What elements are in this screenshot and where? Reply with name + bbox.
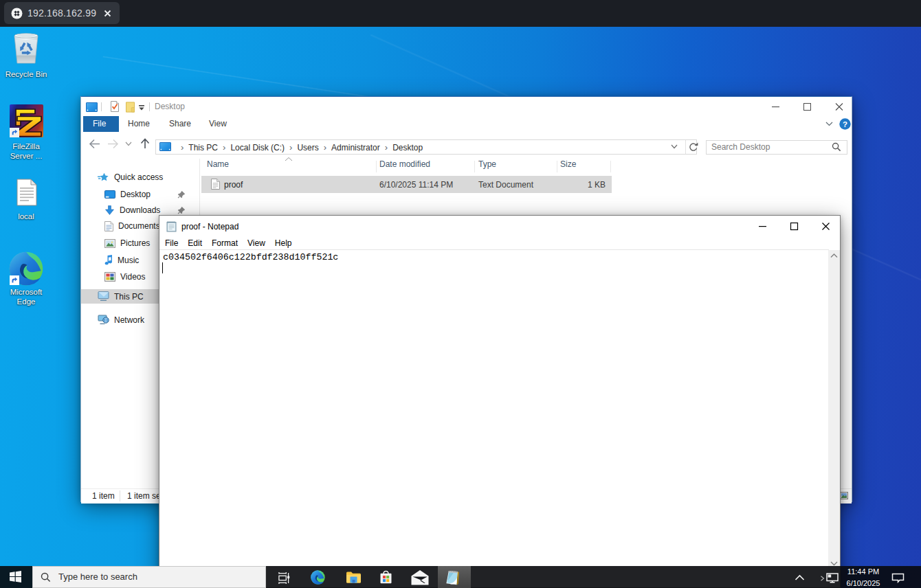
svg-text:?: ?: [843, 120, 847, 128]
